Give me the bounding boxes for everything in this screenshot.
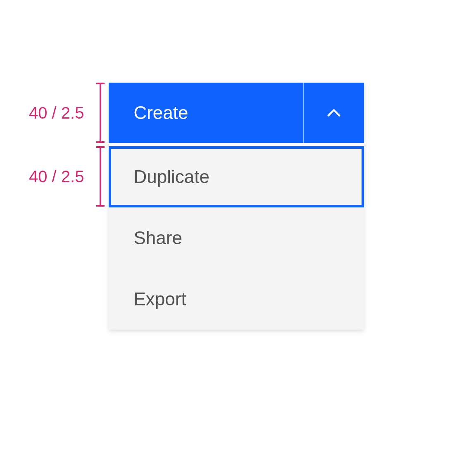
dropdown-item-label: Export: [133, 289, 186, 309]
measurement-label: 40 / 2.5: [29, 167, 84, 186]
dropdown-toggle-button[interactable]: [304, 83, 364, 143]
bracket-icon: [91, 146, 101, 207]
split-button-component: Create Duplicate Share Export: [109, 83, 364, 330]
bracket-icon: [91, 83, 101, 143]
create-button[interactable]: Create: [109, 83, 304, 143]
dropdown-menu: Duplicate Share Export: [109, 146, 364, 330]
measurement-label: 40 / 2.5: [29, 104, 84, 122]
measurement-annotations: 40 / 2.5 40 / 2.5: [29, 83, 101, 207]
dropdown-item-share[interactable]: Share: [109, 207, 364, 269]
dropdown-item-label: Share: [133, 228, 182, 248]
chevron-up-icon: [326, 105, 342, 121]
dropdown-item-export[interactable]: Export: [109, 269, 364, 330]
create-button-label: Create: [133, 102, 188, 123]
split-button: Create: [109, 83, 364, 143]
dropdown-item-duplicate[interactable]: Duplicate: [109, 146, 364, 207]
measurement-button-height: 40 / 2.5: [29, 83, 101, 143]
measurement-item-height: 40 / 2.5: [29, 146, 101, 207]
dropdown-item-label: Duplicate: [133, 167, 209, 187]
